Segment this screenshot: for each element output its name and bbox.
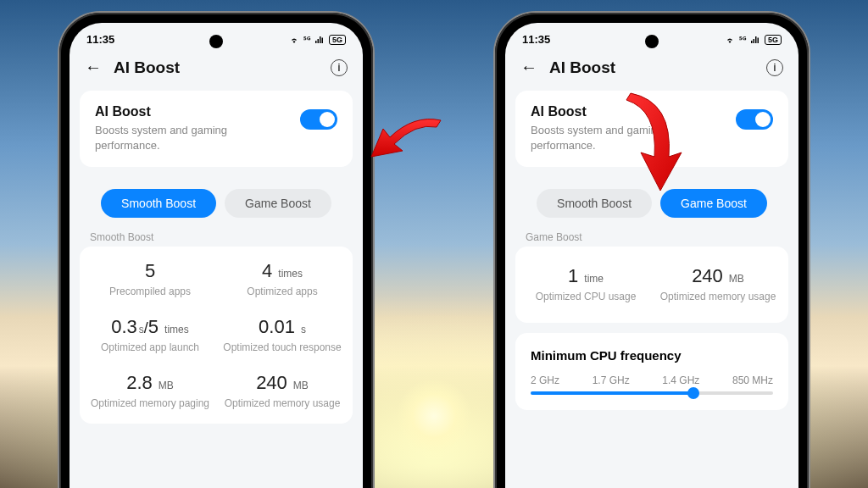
stat-memory-usage: 240 MB Optimized memory usage xyxy=(656,265,780,304)
stats-grid-game: 1 time Optimized CPU usage 240 MB Optimi… xyxy=(515,247,788,323)
cpu-tick-labels: 2 GHz 1.7 GHz 1.4 GHz 850 MHz xyxy=(531,374,773,386)
page-title: AI Boost xyxy=(549,58,754,77)
ai-boost-card: AI Boost Boosts system and gaming perfor… xyxy=(80,91,353,167)
cpu-tick: 2 GHz xyxy=(531,374,559,386)
stat-cpu-usage: 1 time Optimized CPU usage xyxy=(524,265,648,304)
slider-fill xyxy=(531,391,693,395)
tab-game-boost[interactable]: Game Boost xyxy=(225,189,331,218)
status-icons: ⁵ᴳ 5G xyxy=(724,35,782,45)
status-time: 11:35 xyxy=(86,33,114,46)
cpu-tick: 850 MHz xyxy=(732,374,773,386)
network-type-icon: ⁵ᴳ xyxy=(739,36,746,44)
stat-memory-usage: 240 MB Optimized memory usage xyxy=(220,372,344,411)
signal-icon xyxy=(314,35,326,45)
section-label-smooth: Smooth Boost xyxy=(70,225,363,247)
section-label-game: Game Boost xyxy=(505,225,798,247)
tab-smooth-boost[interactable]: Smooth Boost xyxy=(101,189,216,218)
wifi-icon xyxy=(288,35,300,45)
camera-punch-hole xyxy=(209,35,223,48)
annotation-arrow-left xyxy=(364,110,449,195)
camera-punch-hole xyxy=(645,35,659,48)
signal-icon xyxy=(749,35,761,45)
status-time: 11:35 xyxy=(522,33,550,46)
info-icon[interactable]: i xyxy=(331,59,348,76)
ai-boost-toggle[interactable] xyxy=(736,109,773,130)
cpu-frequency-title: Minimum CPU frequency xyxy=(531,348,773,363)
info-icon[interactable]: i xyxy=(766,59,783,76)
ai-boost-toggle[interactable] xyxy=(300,109,337,130)
tab-row: Smooth Boost Game Boost xyxy=(70,177,363,225)
cpu-frequency-card: Minimum CPU frequency 2 GHz 1.7 GHz 1.4 … xyxy=(515,333,788,410)
page-title: AI Boost xyxy=(114,58,319,77)
annotation-arrow-right xyxy=(614,85,698,203)
titlebar: ← AI Boost i xyxy=(70,49,363,91)
cpu-tick: 1.7 GHz xyxy=(593,374,630,386)
stat-optimized-apps: 4 times Optimized apps xyxy=(220,260,344,299)
status-icons: ⁵ᴳ 5G xyxy=(288,35,346,45)
cpu-frequency-slider[interactable] xyxy=(531,391,773,395)
back-arrow-icon[interactable]: ← xyxy=(520,58,537,77)
network-badge: 5G xyxy=(329,35,346,45)
background-sun xyxy=(396,378,472,454)
wifi-icon xyxy=(724,35,736,45)
network-badge: 5G xyxy=(765,35,782,45)
slider-thumb[interactable] xyxy=(687,387,699,399)
network-type-icon: ⁵ᴳ xyxy=(303,36,310,44)
phone-mockup-left: 11:35 ⁵ᴳ 5G ← AI Boost i AI Boost Boosts… xyxy=(59,13,373,488)
stats-grid-smooth: 5 Precompiled apps 4 times Optimized app… xyxy=(80,247,353,424)
phone-screen-left: 11:35 ⁵ᴳ 5G ← AI Boost i AI Boost Boosts… xyxy=(70,23,363,488)
stat-memory-paging: 2.8 MB Optimized memory paging xyxy=(88,372,212,411)
cpu-tick: 1.4 GHz xyxy=(662,374,699,386)
ai-boost-title: AI Boost xyxy=(95,104,290,119)
ai-boost-description: Boosts system and gaming performance. xyxy=(95,123,290,153)
stat-app-launch: 0.3s/5 times Optimized app launch xyxy=(88,316,212,355)
stat-touch-response: 0.01 s Optimized touch response xyxy=(220,316,344,355)
stat-precompiled-apps: 5 Precompiled apps xyxy=(88,260,212,299)
back-arrow-icon[interactable]: ← xyxy=(85,58,102,77)
